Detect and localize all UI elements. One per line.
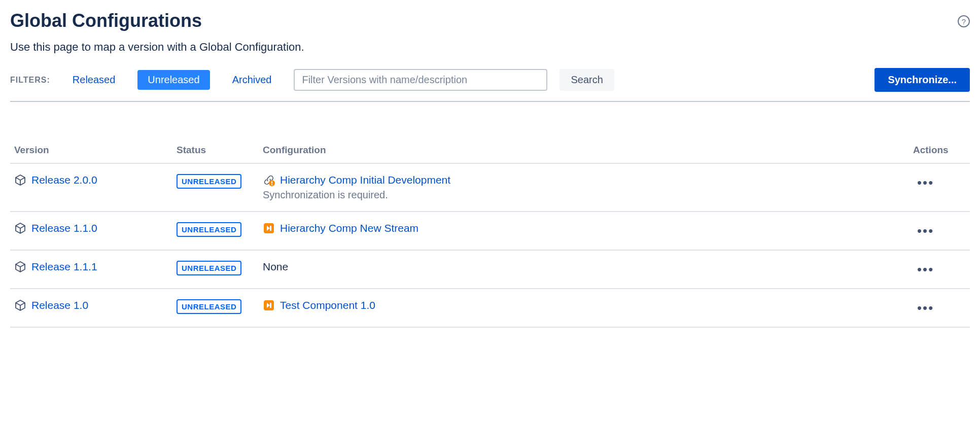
configuration-none: None xyxy=(263,261,288,273)
help-icon[interactable]: ? xyxy=(958,15,970,27)
table-row: Release 1.1.0UNRELEASEDHierarchy Comp Ne… xyxy=(10,212,970,250)
row-actions-button[interactable]: ••• xyxy=(913,222,938,239)
versions-table: Version Status Configuration Actions Rel… xyxy=(10,137,970,328)
configuration-note: Synchronization is required. xyxy=(263,189,905,201)
version-link[interactable]: Release 1.1.0 xyxy=(31,222,97,234)
page-title: Global Configurations xyxy=(10,10,202,31)
package-icon xyxy=(14,222,26,234)
table-row: Release 1.1.1UNRELEASEDNone••• xyxy=(10,250,970,289)
stream-icon xyxy=(263,222,275,234)
col-header-status: Status xyxy=(172,137,259,163)
table-row: Release 2.0.0UNRELEASEDHierarchy Comp In… xyxy=(10,163,970,212)
search-button[interactable]: Search xyxy=(559,69,614,91)
col-header-configuration: Configuration xyxy=(259,137,909,163)
stream-icon xyxy=(263,299,275,311)
version-link[interactable]: Release 2.0.0 xyxy=(31,174,97,186)
filter-archived[interactable]: Archived xyxy=(222,70,282,90)
col-header-version: Version xyxy=(10,137,172,163)
filter-unreleased[interactable]: Unreleased xyxy=(137,70,209,90)
configuration-link[interactable]: Hierarchy Comp New Stream xyxy=(280,222,418,234)
filter-released[interactable]: Released xyxy=(62,70,126,90)
status-badge: UNRELEASED xyxy=(177,174,241,189)
table-row: Release 1.0UNRELEASEDTest Component 1.0•… xyxy=(10,289,970,327)
row-actions-button[interactable]: ••• xyxy=(913,261,938,278)
warn-link-icon xyxy=(263,174,275,186)
row-actions-button[interactable]: ••• xyxy=(913,299,938,316)
filters-label: FILTERS: xyxy=(10,76,50,85)
row-actions-button[interactable]: ••• xyxy=(913,174,938,191)
status-badge: UNRELEASED xyxy=(177,261,241,275)
search-input[interactable] xyxy=(294,69,547,91)
filter-bar: FILTERS: Released Unreleased Archived Se… xyxy=(10,68,970,102)
page-subtitle: Use this page to map a version with a Gl… xyxy=(10,41,970,54)
package-icon xyxy=(14,261,26,273)
status-badge: UNRELEASED xyxy=(177,299,241,314)
package-icon xyxy=(14,299,26,311)
configuration-link[interactable]: Hierarchy Comp Initial Development xyxy=(280,174,450,186)
synchronize-button[interactable]: Synchronize... xyxy=(874,68,970,92)
package-icon xyxy=(14,174,26,186)
status-badge: UNRELEASED xyxy=(177,222,241,237)
version-link[interactable]: Release 1.0 xyxy=(31,299,88,311)
col-header-actions: Actions xyxy=(909,137,970,163)
version-link[interactable]: Release 1.1.1 xyxy=(31,261,97,273)
configuration-link[interactable]: Test Component 1.0 xyxy=(280,299,375,311)
